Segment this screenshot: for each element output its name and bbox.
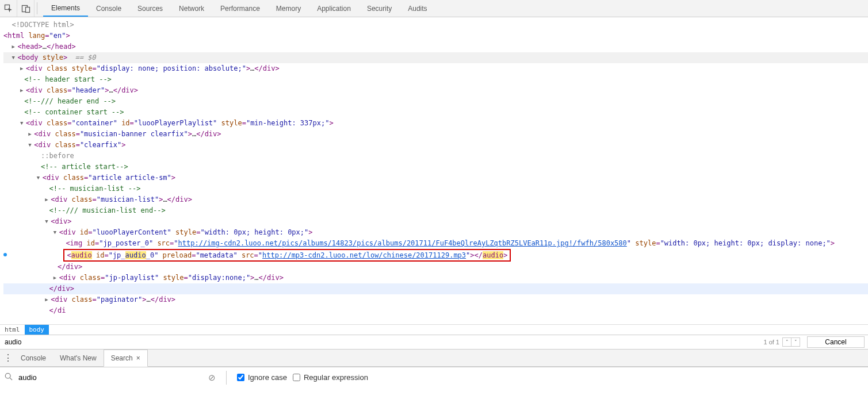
- img-tag[interactable]: img: [70, 239, 83, 247]
- collapse-arrow-icon[interactable]: ▼: [45, 216, 51, 227]
- crumb-html[interactable]: html: [0, 325, 25, 335]
- div-tag[interactable]: div: [30, 64, 43, 72]
- elements-panel: <!DOCTYPE html> <html lang="en"> ▶<head>…: [0, 17, 868, 324]
- selected-indicator: == $0: [71, 53, 95, 62]
- div-tag[interactable]: div: [30, 86, 43, 94]
- div-tag[interactable]: div: [55, 295, 67, 304]
- toolbar-separator: [37, 2, 37, 14]
- tab-audits[interactable]: Audits: [400, 0, 435, 17]
- ignore-case-checkbox[interactable]: Ignore case: [237, 373, 287, 382]
- tab-network[interactable]: Network: [171, 0, 212, 17]
- body-tag[interactable]: body: [22, 53, 39, 62]
- div-tag[interactable]: div: [39, 130, 51, 138]
- inspect-icon[interactable]: [0, 0, 17, 17]
- div-tag[interactable]: div: [47, 174, 59, 182]
- drawer-tabs: ⋮ Console What's New Search×: [0, 350, 868, 367]
- search-icon: [5, 373, 13, 382]
- doctype-node[interactable]: <!DOCTYPE html>: [12, 21, 74, 29]
- html-tag[interactable]: html: [7, 32, 24, 40]
- expand-arrow-icon[interactable]: ▶: [53, 272, 59, 283]
- div-tag[interactable]: div: [63, 228, 76, 236]
- tab-performance[interactable]: Performance: [212, 0, 268, 17]
- chevron-up-icon: ˄: [786, 339, 789, 345]
- expand-arrow-icon[interactable]: ▶: [45, 294, 51, 305]
- expand-arrow-icon[interactable]: ▶: [20, 85, 26, 96]
- comment-node[interactable]: <!-- header start -->: [24, 75, 112, 83]
- div-close-tag[interactable]: div: [58, 285, 70, 293]
- dom-tree[interactable]: <!DOCTYPE html> <html lang="en"> ▶<head>…: [0, 17, 868, 324]
- svg-point-3: [5, 373, 10, 378]
- div-close-tag[interactable]: div: [66, 263, 78, 271]
- svg-rect-2: [25, 7, 29, 12]
- audio-tag[interactable]: audio: [71, 251, 92, 259]
- head-tag[interactable]: head: [22, 43, 39, 51]
- collapse-arrow-icon[interactable]: ▼: [37, 172, 43, 183]
- find-count: 1 of 1: [763, 339, 779, 346]
- truncated-close: </di: [49, 306, 66, 314]
- search-match-marker-icon: [3, 253, 7, 256]
- div-tag[interactable]: div: [39, 141, 51, 149]
- search-highlight-box: <audio id="jp_audio_0" preload="metadata…: [63, 249, 511, 262]
- dom-breadcrumb: html body: [0, 324, 868, 335]
- comment-node[interactable]: <!--/// header end -->: [24, 97, 116, 105]
- collapse-arrow-icon[interactable]: ▼: [20, 118, 26, 129]
- collapse-arrow-icon[interactable]: ▼: [28, 140, 34, 151]
- expand-arrow-icon[interactable]: ▶: [45, 194, 51, 205]
- drawer-tab-whatsnew[interactable]: What's New: [53, 350, 104, 366]
- global-search-bar: ⊘ Ignore case Regular expression: [0, 367, 868, 387]
- div-tag[interactable]: div: [30, 119, 43, 127]
- find-prev-button[interactable]: ˄: [782, 337, 791, 347]
- drawer-tab-console[interactable]: Console: [14, 350, 53, 366]
- chevron-down-icon: ˅: [794, 339, 797, 345]
- expand-arrow-icon[interactable]: ▶: [28, 129, 34, 140]
- separator: [226, 371, 227, 385]
- pseudo-before[interactable]: ::before: [41, 152, 74, 160]
- close-icon[interactable]: ×: [136, 354, 140, 362]
- comment-node[interactable]: <!-- container start -->: [24, 108, 124, 116]
- find-input[interactable]: [3, 336, 760, 348]
- clear-search-icon[interactable]: ⊘: [208, 373, 216, 383]
- img-src-link[interactable]: http://img-cdn2.luoo.net/pics/albums/148…: [178, 239, 627, 247]
- tab-console[interactable]: Console: [88, 0, 129, 17]
- collapse-arrow-icon[interactable]: ▼: [53, 227, 59, 238]
- div-tag[interactable]: div: [63, 274, 76, 282]
- div-tag[interactable]: div: [55, 195, 67, 204]
- main-tabs: Elements Console Sources Network Perform…: [43, 0, 435, 17]
- tab-security[interactable]: Security: [359, 0, 400, 17]
- tab-memory[interactable]: Memory: [268, 0, 309, 17]
- tab-application[interactable]: Application: [309, 0, 359, 17]
- drawer-tab-search[interactable]: Search×: [104, 350, 148, 367]
- div-tag[interactable]: div: [55, 217, 67, 225]
- device-toggle-icon[interactable]: [17, 0, 35, 17]
- expand-arrow-icon[interactable]: ▶: [20, 63, 26, 74]
- find-next-button[interactable]: ˅: [791, 337, 800, 347]
- expand-arrow-icon[interactable]: ▶: [12, 41, 17, 52]
- find-bar: 1 of 1 ˄ ˅ Cancel: [0, 335, 868, 350]
- svg-line-4: [10, 378, 12, 380]
- comment-node[interactable]: <!-- musician-list -->: [49, 185, 140, 193]
- drawer-menu-icon[interactable]: ⋮: [2, 350, 14, 366]
- audio-src-link[interactable]: http://mp3-cdn2.luoo.net/low/chinese/201…: [262, 251, 466, 259]
- global-search-input[interactable]: [18, 373, 202, 382]
- regex-checkbox[interactable]: Regular expression: [293, 373, 368, 382]
- tab-sources[interactable]: Sources: [129, 0, 171, 17]
- comment-node[interactable]: <!--/// musician-list end-->: [49, 206, 165, 214]
- comment-node[interactable]: <!-- article start-->: [41, 163, 128, 171]
- tab-elements[interactable]: Elements: [43, 0, 88, 17]
- find-cancel-button[interactable]: Cancel: [807, 336, 865, 348]
- devtools-toolbar: Elements Console Sources Network Perform…: [0, 0, 868, 17]
- collapse-arrow-icon[interactable]: ▼: [12, 52, 17, 63]
- crumb-body[interactable]: body: [25, 325, 49, 335]
